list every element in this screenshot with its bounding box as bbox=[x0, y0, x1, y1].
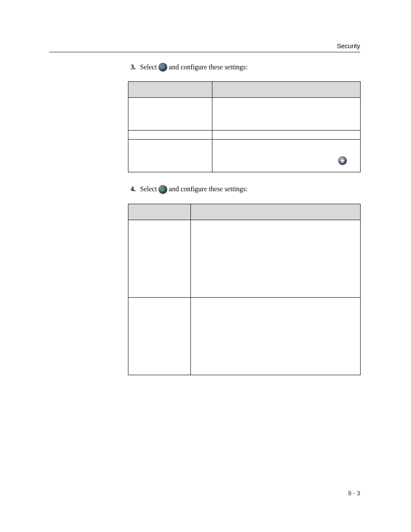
step-3-text-pre: Select bbox=[140, 62, 157, 72]
table-row bbox=[128, 131, 361, 140]
table-header-cell: Setting bbox=[128, 82, 212, 98]
table-cell bbox=[191, 220, 361, 297]
table-header-row: Setting Description bbox=[128, 82, 361, 98]
page-number: 8 - 3 bbox=[348, 490, 360, 497]
settings-table-2: Setting Description bbox=[128, 204, 361, 375]
step-3-number: 3. bbox=[128, 62, 136, 72]
settings-table-1: Setting Description bbox=[128, 81, 361, 172]
step-4-text-pre: Select bbox=[140, 184, 157, 194]
table-row bbox=[128, 220, 361, 297]
table-row bbox=[128, 140, 361, 172]
table-row bbox=[128, 297, 361, 375]
table-cell bbox=[191, 297, 361, 375]
content-area: 3. Select a bbox=[128, 62, 361, 387]
header-divider bbox=[49, 52, 360, 53]
svg-rect-4 bbox=[342, 162, 343, 163]
table-cell bbox=[128, 140, 212, 172]
header-section-label: Security bbox=[337, 42, 360, 50]
table-header-cell: Description bbox=[212, 82, 361, 98]
step-3: 3. Select a bbox=[128, 62, 361, 172]
svg-rect-3 bbox=[341, 159, 345, 162]
next-arrow-icon bbox=[157, 62, 169, 72]
table-header-cell: Setting bbox=[128, 204, 191, 220]
table-cell bbox=[128, 131, 212, 140]
table-cell bbox=[212, 98, 361, 131]
table-cell bbox=[128, 220, 191, 297]
near-button-icon bbox=[337, 156, 348, 165]
table-cell bbox=[212, 131, 361, 140]
table-cell bbox=[128, 297, 191, 375]
table-row bbox=[128, 98, 361, 131]
next-arrow-icon bbox=[157, 185, 169, 194]
step-4-text-post: and configure these settings: bbox=[169, 184, 248, 194]
step-4-number: 4. bbox=[128, 184, 136, 194]
table-cell bbox=[212, 140, 361, 172]
table-cell bbox=[128, 98, 212, 131]
table-header-row: Setting Description bbox=[128, 204, 361, 220]
step-3-text-post: and configure these settings: bbox=[169, 62, 248, 72]
step-4: 4. Select and configure these settings: … bbox=[128, 184, 361, 375]
table-header-cell: Description bbox=[191, 204, 361, 220]
